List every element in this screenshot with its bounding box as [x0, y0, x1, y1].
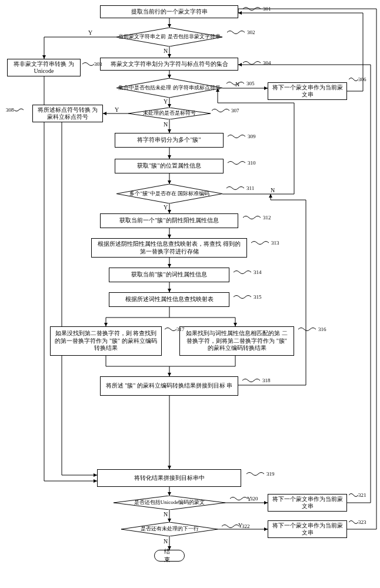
step-text: 将下一个蒙文串作为当前蒙 文串: [272, 496, 343, 510]
step-text: 将字符串切分为多个"簇": [137, 136, 201, 144]
step-num-323: 323: [358, 519, 366, 525]
step-num-322: 322: [242, 523, 250, 529]
branch-y: Y: [164, 98, 168, 105]
step-text: 获取当前一个"簇"的阴性阳性属性信息: [119, 217, 218, 225]
step-num-310: 310: [248, 160, 256, 166]
step-num-312: 312: [263, 215, 271, 220]
step-num-307: 307: [231, 108, 239, 113]
step-num-318: 318: [262, 377, 271, 383]
branch-y: Y: [238, 522, 242, 529]
step-num-321: 321: [358, 492, 366, 498]
step-318: 将所述 "簇" 的蒙科立编码转换结果拼接到目标 串: [100, 376, 238, 396]
step-num-314: 314: [254, 269, 262, 275]
step-text: 将下一个蒙文串作为当前蒙 文串: [272, 84, 343, 99]
step-num-306: 306: [358, 76, 366, 82]
step-num-311: 311: [246, 185, 254, 191]
step-text: 将下一个蒙文串作为当前蒙 文串: [272, 522, 343, 537]
decision-text: 是否还包括Unicode编码的蒙文: [134, 499, 205, 506]
step-310: 获取"簇"的位置属性信息: [115, 159, 224, 173]
step-num-305: 305: [246, 81, 255, 86]
branch-n: N: [164, 121, 168, 128]
step-321: 将下一个蒙文串作为当前蒙 文串: [268, 494, 347, 512]
step-text: 将所述 "簇" 的蒙科立编码转换结果拼接到目标 串: [106, 382, 233, 390]
step-num-301: 301: [263, 6, 271, 12]
decision-302: 当前蒙文字符串之前 是否包括非蒙文字符串: [116, 28, 222, 46]
step-308: 将所述标点符号转换 为蒙科立标点符号: [32, 105, 103, 122]
step-num-309: 309: [248, 133, 256, 139]
branch-y: Y: [247, 496, 251, 502]
branch-n: N: [164, 538, 168, 544]
step-304: 将蒙文文字符串划分为字符与标点符号的集合: [100, 58, 238, 71]
terminator-end: 结束: [154, 550, 185, 562]
step-text: 获取"簇"的位置属性信息: [137, 162, 201, 170]
step-315: 根据所述词性属性信息查找映射表: [109, 292, 229, 307]
step-num-304: 304: [263, 60, 271, 66]
branch-y: Y: [115, 106, 119, 113]
step-num-319: 319: [266, 471, 275, 477]
step-num-303: 303: [94, 61, 102, 67]
step-text: 根据所述词性属性信息查找映射表: [125, 296, 214, 303]
branch-y: Y: [88, 29, 92, 36]
step-num-302: 302: [247, 29, 255, 35]
step-316: 如果找到与词性属性信息相匹配的第 二替换字符，则将第二替换字符作为 "簇" 的蒙…: [179, 326, 294, 356]
step-317: 如果没找到第二替换字符，则 将查找到的第一替换字符作为 "簇" 的蒙科立编码转换…: [50, 326, 162, 356]
step-301: 提取当前行的一个蒙文字符串: [100, 5, 238, 18]
decision-307: 未处理的是否是标符号: [128, 108, 211, 119]
step-text: 根据所述阴性阳性属性信息查找映射表，将查找 得到的第一替换字符进行存储: [95, 240, 243, 255]
decision-311: 多个"簇"中是否存在 国际标准编码: [116, 184, 222, 203]
step-313: 根据所述阴性阳性属性信息查找映射表，将查找 得到的第一替换字符进行存储: [91, 238, 247, 258]
step-319: 将转化结果拼接到目标串中: [97, 469, 241, 487]
step-num-313: 313: [271, 240, 279, 246]
step-312: 获取当前一个"簇"的阴性阳性属性信息: [100, 213, 238, 228]
step-num-308: 308: [6, 107, 14, 113]
decision-text: 是否还有未处理的下一行: [141, 526, 199, 532]
step-323: 将下一个蒙文串作为当前蒙 文串: [268, 520, 347, 538]
branch-n: N: [164, 48, 168, 54]
branch-y: Y: [164, 204, 168, 211]
step-text: 将非蒙文字符串转换 为Unicode: [11, 61, 76, 75]
decision-text: 当前蒙文字符串之前 是否包括非蒙文字符串: [118, 34, 220, 40]
decision-text: 集合中是否包括未处理 的字符串或标点符号: [118, 85, 220, 91]
step-306: 将下一个蒙文串作为当前蒙 文串: [268, 82, 347, 100]
step-303: 将非蒙文字符串转换 为Unicode: [7, 59, 81, 76]
branch-n: N: [235, 81, 239, 88]
step-314: 获取当前"簇"的词性属性信息: [109, 268, 229, 282]
decision-305: 集合中是否包括未处理 的字符串或标点符号: [116, 78, 222, 98]
step-text: 将转化结果拼接到目标串中: [134, 475, 205, 482]
decision-320: 是否还包括Unicode编码的蒙文: [114, 496, 225, 510]
step-309: 将字符串切分为多个"簇": [115, 133, 224, 148]
step-text: 如果找到与词性属性信息相匹配的第 二替换字符，则将第二替换字符作为 "簇" 的蒙…: [184, 330, 290, 352]
decision-text: 未处理的是否是标符号: [143, 110, 196, 116]
end-text: 结束: [164, 547, 175, 564]
step-text: 如果没找到第二替换字符，则 将查找到的第一替换字符作为 "簇" 的蒙科立编码转换…: [54, 330, 158, 352]
step-num-317: 317: [176, 326, 185, 332]
branch-n: N: [271, 187, 275, 193]
step-text: 获取当前"簇"的词性属性信息: [131, 271, 206, 279]
step-text: 将所述标点符号转换 为蒙科立标点符号: [36, 106, 99, 121]
branch-n: N: [164, 511, 168, 517]
step-text: 提取当前行的一个蒙文字符串: [131, 8, 208, 16]
step-num-316: 316: [318, 326, 326, 332]
step-text: 将蒙文文字符串划分为字符与标点符号的集合: [111, 61, 228, 68]
decision-text: 多个"簇"中是否存在 国际标准编码: [129, 191, 209, 197]
decision-322: 是否还有未处理的下一行: [121, 522, 218, 536]
step-num-315: 315: [254, 294, 262, 300]
